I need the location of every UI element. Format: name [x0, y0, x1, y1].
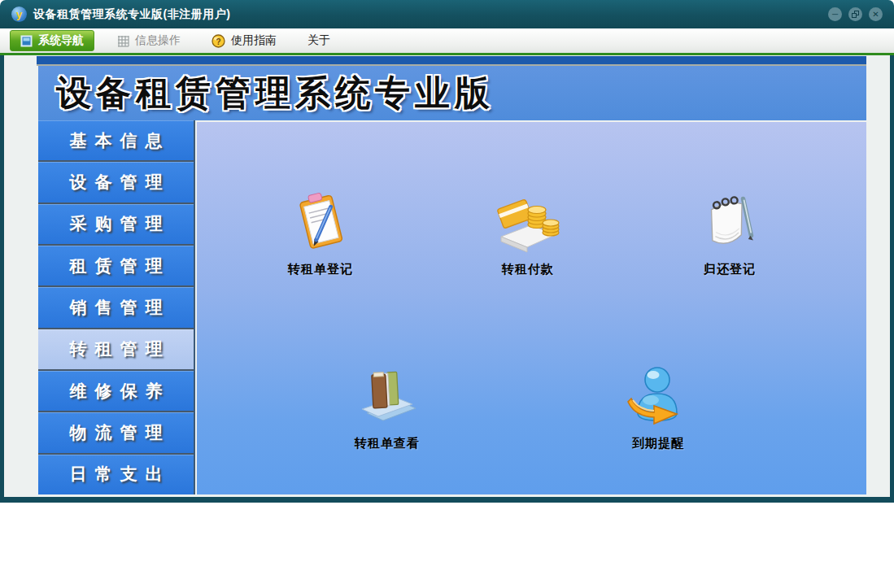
- close-button[interactable]: ✕: [869, 7, 883, 21]
- menu-item-label: 使用指南: [231, 33, 277, 48]
- shortcut-sublease-payment[interactable]: 转租付款: [463, 190, 593, 277]
- sidebar-item-logistics-mgmt[interactable]: 物流管理: [38, 412, 194, 454]
- banner-title: 设备租赁管理系统专业版: [38, 70, 495, 117]
- app-window: y 设备租赁管理系统专业版(非注册用户) ─ ✕ 系统导航: [0, 0, 894, 503]
- shortcut-sublease-register[interactable]: 转租单登记: [255, 190, 386, 277]
- menu-item-label: 系统导航: [38, 33, 84, 48]
- menu-item-label: 关于: [307, 33, 330, 48]
- sidebar: 基本信息 设备管理 采购管理 租赁管理 销售管理 转租管理 维修保养 物流管理 …: [38, 120, 195, 494]
- minimize-button[interactable]: ─: [828, 7, 842, 21]
- shortcut-label: 转租付款: [502, 262, 554, 277]
- main-panel: 转租单登记: [197, 122, 866, 494]
- nav-square-icon: [20, 35, 33, 47]
- restore-button[interactable]: [848, 7, 862, 21]
- menu-item-info-ops[interactable]: 信息操作: [109, 30, 189, 51]
- sidebar-item-daily-expense[interactable]: 日常支出: [38, 455, 194, 494]
- window-body: 设备租赁管理系统专业版 基本信息 设备管理 采购管理 租赁管理 销售管理 转租管…: [0, 55, 894, 503]
- sidebar-item-rental-mgmt[interactable]: 租赁管理: [38, 246, 194, 287]
- shortcut-label: 转租单登记: [288, 262, 353, 277]
- shortcut-sublease-view[interactable]: 转租单查看: [322, 364, 452, 451]
- menu-bar: 系统导航 信息操作 ? 使用指南 关于: [0, 28, 894, 55]
- shortcut-return-register[interactable]: 归还登记: [665, 190, 795, 277]
- notepad-pen-icon: [693, 190, 766, 255]
- help-sphere-icon: ?: [212, 34, 225, 48]
- window-title: 设备租赁管理系统专业版(非注册用户): [33, 7, 230, 22]
- window-controls: ─ ✕: [828, 7, 884, 21]
- app-logo-icon: y: [11, 7, 27, 22]
- restore-icon: [852, 11, 859, 18]
- card-coins-icon: [491, 190, 565, 255]
- top-blue-strip: [37, 56, 866, 64]
- clipboard-pen-icon: [284, 190, 357, 255]
- menu-item-user-guide[interactable]: ? 使用指南: [203, 30, 285, 51]
- sidebar-item-maintenance[interactable]: 维修保养: [38, 371, 194, 412]
- sidebar-item-equipment-mgmt[interactable]: 设备管理: [38, 162, 194, 203]
- svg-text:?: ?: [216, 37, 220, 46]
- shortcut-label: 到期提醒: [632, 436, 684, 451]
- sidebar-item-purchase-mgmt[interactable]: 采购管理: [38, 204, 194, 246]
- grid-icon: [117, 35, 129, 47]
- shortcut-due-reminder[interactable]: 到期提醒: [593, 364, 723, 451]
- sidebar-item-sales-mgmt[interactable]: 销售管理: [38, 287, 194, 329]
- title-bar: y 设备租赁管理系统专业版(非注册用户) ─ ✕: [0, 0, 894, 28]
- books-icon: [351, 364, 424, 429]
- menu-item-about[interactable]: 关于: [299, 30, 338, 51]
- sidebar-item-basic-info[interactable]: 基本信息: [38, 120, 194, 162]
- sidebar-item-sublease-mgmt[interactable]: 转租管理: [38, 329, 194, 371]
- menu-item-system-nav[interactable]: 系统导航: [10, 30, 94, 51]
- menu-item-label: 信息操作: [135, 33, 181, 48]
- person-arrow-icon: [621, 364, 695, 429]
- shortcut-label: 转租单查看: [355, 436, 420, 451]
- shortcut-label: 归还登记: [704, 262, 756, 277]
- banner: 设备租赁管理系统专业版: [38, 66, 866, 120]
